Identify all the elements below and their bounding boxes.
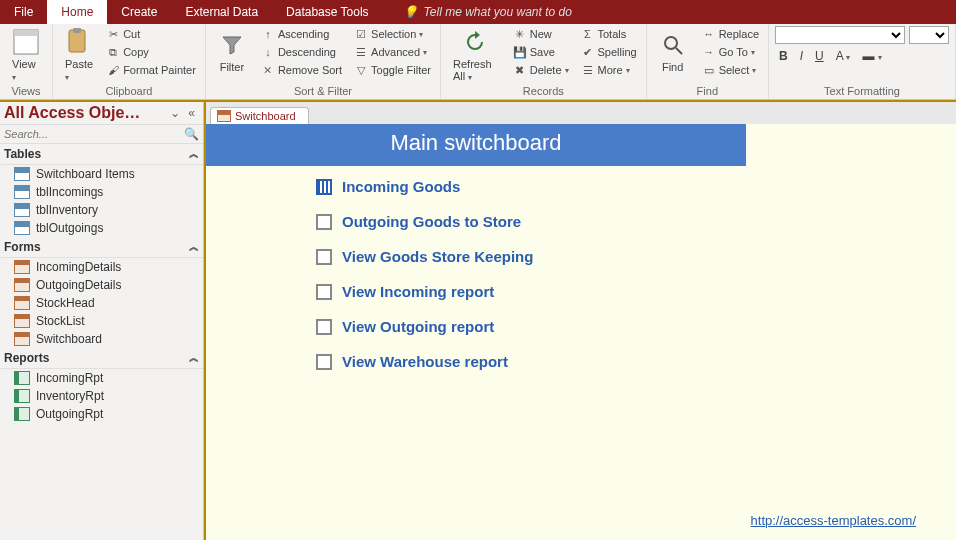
underline-button[interactable]: U: [811, 48, 828, 64]
view-icon: [12, 28, 40, 56]
format-painter-button[interactable]: 🖌Format Painter: [103, 62, 199, 78]
nav-dropdown-icon[interactable]: ⌄: [166, 106, 184, 120]
copy-button[interactable]: ⧉Copy: [103, 44, 199, 60]
ribbon-group-records: Refresh All ▾ ✳New 💾Save ✖Delete ▾ ΣTota…: [441, 24, 647, 99]
tell-me-search[interactable]: 💡 Tell me what you want to do: [383, 0, 572, 24]
nav-table-item[interactable]: tblOutgoings: [0, 219, 203, 237]
goto-label: Go To: [719, 46, 748, 58]
switchboard-item-label: View Warehouse report: [342, 353, 508, 370]
replace-button[interactable]: ↔Replace: [699, 26, 762, 42]
view-button[interactable]: View ▾: [6, 26, 46, 84]
switchboard-item[interactable]: View Incoming report: [316, 283, 956, 300]
new-icon: ✳: [513, 27, 527, 41]
nav-form-item[interactable]: IncomingDetails: [0, 258, 203, 276]
tell-me-label: Tell me what you want to do: [424, 5, 572, 19]
delete-label: Delete: [530, 64, 562, 76]
svg-rect-1: [14, 30, 38, 36]
fill-icon: ▬: [862, 49, 874, 63]
svg-rect-2: [69, 30, 85, 52]
sort-asc-icon: ↑: [261, 27, 275, 41]
nav-report-item[interactable]: OutgoingRpt: [0, 405, 203, 423]
more-button[interactable]: ☰More ▾: [578, 62, 640, 78]
document-tab-switchboard[interactable]: Switchboard: [210, 107, 309, 124]
filter-button[interactable]: Filter: [212, 26, 252, 78]
nav-table-item[interactable]: tblInventory: [0, 201, 203, 219]
menu-bar: File Home Create External Data Database …: [0, 0, 956, 24]
fill-color-button[interactable]: ▬ ▾: [858, 48, 885, 64]
menu-database-tools[interactable]: Database Tools: [272, 0, 383, 24]
ascending-button[interactable]: ↑Ascending: [258, 26, 345, 42]
nav-obj-label: StockList: [36, 314, 85, 328]
save-record-button[interactable]: 💾Save: [510, 44, 572, 60]
cut-button[interactable]: ✂Cut: [103, 26, 199, 42]
find-button[interactable]: Find: [653, 26, 693, 78]
refresh-all-button[interactable]: Refresh All ▾: [447, 26, 504, 84]
select-button[interactable]: ▭Select ▾: [699, 62, 762, 78]
totals-button[interactable]: ΣTotals: [578, 26, 640, 42]
nav-group-reports[interactable]: Reports︽: [0, 348, 203, 369]
font-size-select[interactable]: [909, 26, 949, 44]
nav-form-item[interactable]: Switchboard: [0, 330, 203, 348]
menu-home[interactable]: Home: [47, 0, 107, 24]
nav-report-item[interactable]: InventoryRpt: [0, 387, 203, 405]
replace-label: Replace: [719, 28, 759, 40]
svg-line-5: [676, 48, 682, 54]
ribbon-group-text-formatting: B I U A ▾ ▬ ▾ Text Formatting: [769, 24, 956, 99]
find-icon: [659, 31, 687, 59]
nav-search: 🔍: [0, 125, 203, 144]
menu-create[interactable]: Create: [107, 0, 171, 24]
menu-external-data[interactable]: External Data: [171, 0, 272, 24]
bold-button[interactable]: B: [775, 48, 792, 64]
form-icon: [14, 296, 30, 310]
switchboard-item[interactable]: View Warehouse report: [316, 353, 956, 370]
nav-search-input[interactable]: [4, 128, 184, 140]
nav-group-reports-label: Reports: [4, 351, 49, 365]
switchboard-item[interactable]: Incoming Goods: [316, 178, 956, 195]
nav-pane-title[interactable]: All Access Obje…: [4, 104, 166, 122]
totals-label: Totals: [598, 28, 627, 40]
desc-label: Descending: [278, 46, 336, 58]
switchboard-item[interactable]: Outgoing Goods to Store: [316, 213, 956, 230]
ribbon-group-find: Find ↔Replace →Go To ▾ ▭Select ▾ Find: [647, 24, 769, 99]
descending-button[interactable]: ↓Descending: [258, 44, 345, 60]
menu-file[interactable]: File: [0, 0, 47, 24]
toggle-filter-button[interactable]: ▽Toggle Filter: [351, 62, 434, 78]
switchboard-item[interactable]: View Goods Store Keeping: [316, 248, 956, 265]
advanced-button[interactable]: ☰Advanced ▾: [351, 44, 434, 60]
nav-collapse-button[interactable]: «: [184, 106, 199, 120]
switchboard-item-label: View Goods Store Keeping: [342, 248, 533, 265]
font-color-button[interactable]: A ▾: [832, 48, 855, 64]
nav-form-item[interactable]: StockHead: [0, 294, 203, 312]
nav-form-item[interactable]: OutgoingDetails: [0, 276, 203, 294]
paste-button[interactable]: Paste ▾: [59, 26, 99, 84]
switchboard-item-icon: [316, 214, 332, 230]
switchboard-item[interactable]: View Outgoing report: [316, 318, 956, 335]
italic-button[interactable]: I: [796, 48, 807, 64]
spelling-button[interactable]: ✔Spelling: [578, 44, 640, 60]
save-label: Save: [530, 46, 555, 58]
nav-group-forms[interactable]: Forms︽: [0, 237, 203, 258]
delete-record-button[interactable]: ✖Delete ▾: [510, 62, 572, 78]
nav-group-tables[interactable]: Tables︽: [0, 144, 203, 165]
report-icon: [14, 371, 30, 385]
nav-form-item[interactable]: StockList: [0, 312, 203, 330]
nav-group-tables-label: Tables: [4, 147, 41, 161]
nav-report-item[interactable]: IncomingRpt: [0, 369, 203, 387]
goto-button[interactable]: →Go To ▾: [699, 44, 762, 60]
footer-link[interactable]: http://access-templates.com/: [751, 513, 916, 528]
search-icon[interactable]: 🔍: [184, 127, 199, 141]
selection-button[interactable]: ☑Selection ▾: [351, 26, 434, 42]
nav-table-item[interactable]: Switchboard Items: [0, 165, 203, 183]
nav-group-forms-label: Forms: [4, 240, 41, 254]
more-label: More: [598, 64, 623, 76]
new-record-button[interactable]: ✳New: [510, 26, 572, 42]
select-label: Select: [719, 64, 750, 76]
font-family-select[interactable]: [775, 26, 905, 44]
remove-sort-button[interactable]: ⨯Remove Sort: [258, 62, 345, 78]
nav-obj-label: IncomingRpt: [36, 371, 103, 385]
brush-icon: 🖌: [106, 63, 120, 77]
nav-table-item[interactable]: tblIncomings: [0, 183, 203, 201]
chevron-up-icon: ︽: [189, 351, 199, 365]
paste-label: Paste: [65, 58, 93, 70]
document-tab-label: Switchboard: [235, 110, 296, 122]
